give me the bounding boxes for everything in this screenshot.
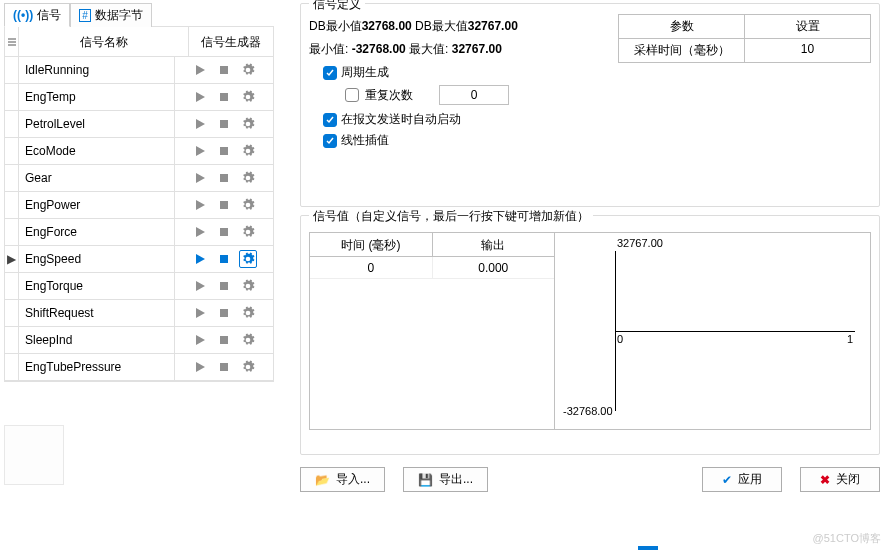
play-icon[interactable] <box>191 277 209 295</box>
signal-name-cell[interactable]: EcoMode <box>19 138 175 164</box>
stop-icon[interactable] <box>215 304 233 322</box>
stop-icon[interactable] <box>215 250 233 268</box>
table-row[interactable]: SleepInd <box>5 327 273 354</box>
signal-name-cell[interactable]: EngForce <box>19 219 175 245</box>
gear-icon[interactable] <box>239 223 257 241</box>
checkbox-repeat[interactable] <box>345 88 359 102</box>
play-icon[interactable] <box>191 61 209 79</box>
save-icon: 💾 <box>418 473 433 487</box>
gear-icon[interactable] <box>239 61 257 79</box>
stop-icon[interactable] <box>215 223 233 241</box>
row-marker: ▶ <box>5 246 19 272</box>
col-header-generator[interactable]: 信号生成器 <box>189 27 273 56</box>
stop-icon[interactable] <box>215 331 233 349</box>
stop-icon[interactable] <box>215 61 233 79</box>
signal-name-cell[interactable]: IdleRunning <box>19 57 175 83</box>
db-min-value: 32768.00 <box>362 19 412 33</box>
gear-icon[interactable] <box>239 277 257 295</box>
signal-value-table[interactable]: 时间 (毫秒) 输出 0 0.000 <box>310 233 555 429</box>
table-row[interactable]: EngPower <box>5 192 273 219</box>
signal-name-cell[interactable]: EngSpeed <box>19 246 175 272</box>
svg-rect-2 <box>220 120 228 128</box>
play-icon[interactable] <box>191 358 209 376</box>
play-icon[interactable] <box>191 169 209 187</box>
stop-icon[interactable] <box>215 88 233 106</box>
play-icon[interactable] <box>191 142 209 160</box>
stop-icon[interactable] <box>215 115 233 133</box>
col-header-name[interactable]: 信号名称 <box>19 27 189 56</box>
signal-name-cell[interactable]: Gear <box>19 165 175 191</box>
row-marker <box>5 327 19 353</box>
sv-out-cell[interactable]: 0.000 <box>433 257 555 278</box>
play-icon[interactable] <box>191 250 209 268</box>
list-config-icon[interactable] <box>5 27 19 56</box>
table-row[interactable]: EngForce <box>5 219 273 246</box>
repeat-input[interactable] <box>439 85 509 105</box>
stop-icon[interactable] <box>215 142 233 160</box>
table-row[interactable]: ShiftRequest <box>5 300 273 327</box>
signal-name-cell[interactable]: EngTubePressure <box>19 354 175 380</box>
gear-icon[interactable] <box>239 250 257 268</box>
stop-icon[interactable] <box>215 358 233 376</box>
play-icon[interactable] <box>191 88 209 106</box>
apply-button[interactable]: ✔ 应用 <box>702 467 782 492</box>
stop-icon[interactable] <box>215 277 233 295</box>
repeat-label: 重复次数 <box>365 87 413 104</box>
close-button[interactable]: ✖ 关闭 <box>800 467 880 492</box>
apply-label: 应用 <box>738 471 762 488</box>
signal-name-cell[interactable]: EngTemp <box>19 84 175 110</box>
play-icon[interactable] <box>191 115 209 133</box>
gear-icon[interactable] <box>239 88 257 106</box>
export-button[interactable]: 💾 导出... <box>403 467 488 492</box>
gear-icon[interactable] <box>239 115 257 133</box>
signal-name-cell[interactable]: EngTorque <box>19 273 175 299</box>
gear-icon[interactable] <box>239 169 257 187</box>
table-row[interactable]: ▶EngSpeed <box>5 246 273 273</box>
table-row[interactable]: Gear <box>5 165 273 192</box>
row-marker <box>5 219 19 245</box>
gear-icon[interactable] <box>239 196 257 214</box>
gear-icon[interactable] <box>239 142 257 160</box>
play-icon[interactable] <box>191 223 209 241</box>
param-value[interactable]: 10 <box>745 39 870 62</box>
stop-icon[interactable] <box>215 196 233 214</box>
table-row[interactable]: PetrolLevel <box>5 111 273 138</box>
signal-name-cell[interactable]: EngPower <box>19 192 175 218</box>
signal-name-cell[interactable]: ShiftRequest <box>19 300 175 326</box>
y-min-label: -32768.00 <box>563 405 613 417</box>
gear-icon[interactable] <box>239 358 257 376</box>
tab-signal-label: 信号 <box>37 7 61 24</box>
tab-data-dict[interactable]: # 数据字节 <box>70 3 152 27</box>
row-marker <box>5 57 19 83</box>
signal-table: 信号名称 信号生成器 IdleRunningEngTempPetrolLevel… <box>4 26 274 382</box>
param-table: 参数 设置 采样时间（毫秒） 10 <box>618 14 871 63</box>
db-min-label: DB最小值 <box>309 19 362 33</box>
gear-icon[interactable] <box>239 331 257 349</box>
checkbox-linear[interactable] <box>323 134 337 148</box>
svg-rect-4 <box>220 174 228 182</box>
play-icon[interactable] <box>191 304 209 322</box>
import-button[interactable]: 📂 导入... <box>300 467 385 492</box>
gear-icon[interactable] <box>239 304 257 322</box>
db-max-label: DB最大值 <box>415 19 468 33</box>
table-row[interactable]: EcoMode <box>5 138 273 165</box>
play-icon[interactable] <box>191 196 209 214</box>
close-icon: ✖ <box>820 473 830 487</box>
sv-time-header: 时间 (毫秒) <box>310 233 433 256</box>
stop-icon[interactable] <box>215 169 233 187</box>
checkbox-autostart[interactable] <box>323 113 337 127</box>
signal-name-cell[interactable]: SleepInd <box>19 327 175 353</box>
sv-time-cell[interactable]: 0 <box>310 257 433 278</box>
table-row[interactable]: EngTemp <box>5 84 273 111</box>
group-legend-def: 信号定义 <box>309 0 365 13</box>
db-max-value: 32767.00 <box>468 19 518 33</box>
table-row[interactable]: IdleRunning <box>5 57 273 84</box>
linear-label: 线性插值 <box>341 132 389 149</box>
table-row[interactable]: EngTubePressure <box>5 354 273 381</box>
signal-name-cell[interactable]: PetrolLevel <box>19 111 175 137</box>
tab-signal[interactable]: ((•)) 信号 <box>4 3 70 27</box>
checkbox-periodic[interactable] <box>323 66 337 80</box>
svg-rect-1 <box>220 93 228 101</box>
table-row[interactable]: EngTorque <box>5 273 273 300</box>
play-icon[interactable] <box>191 331 209 349</box>
